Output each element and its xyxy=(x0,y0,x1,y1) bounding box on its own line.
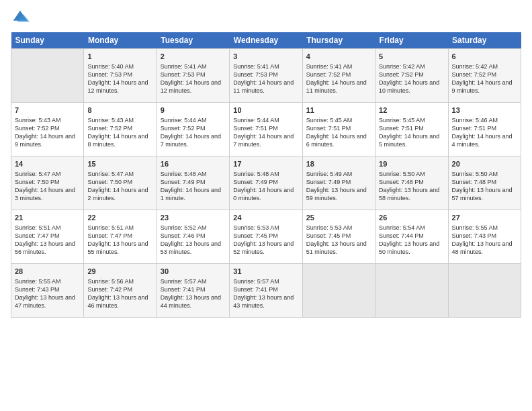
calendar-cell: 13Sunrise: 5:46 AMSunset: 7:51 PMDayligh… xyxy=(448,103,521,156)
calendar-header-sunday: Sunday xyxy=(11,32,84,49)
day-info: Sunrise: 5:57 AMSunset: 7:41 PMDaylight:… xyxy=(161,277,226,310)
calendar-cell: 18Sunrise: 5:49 AMSunset: 7:49 PMDayligh… xyxy=(302,156,375,210)
calendar-cell: 28Sunrise: 5:55 AMSunset: 7:43 PMDayligh… xyxy=(11,264,84,318)
day-info: Sunrise: 5:45 AMSunset: 7:51 PMDaylight:… xyxy=(379,116,444,149)
day-number: 14 xyxy=(15,159,80,169)
day-info: Sunrise: 5:41 AMSunset: 7:53 PMDaylight:… xyxy=(233,62,298,95)
calendar-header-tuesday: Tuesday xyxy=(157,32,229,49)
day-info: Sunrise: 5:56 AMSunset: 7:42 PMDaylight:… xyxy=(87,277,152,310)
day-info: Sunrise: 5:41 AMSunset: 7:53 PMDaylight:… xyxy=(161,62,226,95)
day-number: 27 xyxy=(452,213,517,223)
logo-icon xyxy=(11,8,30,27)
calendar-cell: 7Sunrise: 5:43 AMSunset: 7:52 PMDaylight… xyxy=(11,103,84,156)
day-info: Sunrise: 5:49 AMSunset: 7:49 PMDaylight:… xyxy=(306,170,371,203)
day-number: 24 xyxy=(233,213,298,223)
calendar-cell: 29Sunrise: 5:56 AMSunset: 7:42 PMDayligh… xyxy=(84,264,157,318)
day-number: 10 xyxy=(233,105,298,116)
day-info: Sunrise: 5:48 AMSunset: 7:49 PMDaylight:… xyxy=(161,170,226,203)
day-number: 25 xyxy=(306,213,371,223)
day-info: Sunrise: 5:55 AMSunset: 7:43 PMDaylight:… xyxy=(452,224,517,257)
day-info: Sunrise: 5:51 AMSunset: 7:47 PMDaylight:… xyxy=(15,224,80,257)
page-container: SundayMondayTuesdayWednesdayThursdayFrid… xyxy=(0,0,532,323)
day-number: 16 xyxy=(161,159,226,169)
day-info: Sunrise: 5:55 AMSunset: 7:43 PMDaylight:… xyxy=(15,277,80,310)
calendar-header-wednesday: Wednesday xyxy=(230,32,302,49)
calendar-week-2: 7Sunrise: 5:43 AMSunset: 7:52 PMDaylight… xyxy=(11,103,521,156)
day-number: 3 xyxy=(233,52,298,62)
calendar-cell: 4Sunrise: 5:41 AMSunset: 7:52 PMDaylight… xyxy=(302,49,375,103)
day-info: Sunrise: 5:44 AMSunset: 7:51 PMDaylight:… xyxy=(233,116,298,149)
day-number: 11 xyxy=(306,105,371,116)
logo xyxy=(11,8,32,27)
day-info: Sunrise: 5:54 AMSunset: 7:44 PMDaylight:… xyxy=(379,224,444,257)
day-info: Sunrise: 5:40 AMSunset: 7:53 PMDaylight:… xyxy=(87,62,152,95)
calendar-week-1: 1Sunrise: 5:40 AMSunset: 7:53 PMDaylight… xyxy=(11,49,521,103)
day-number: 23 xyxy=(161,213,226,223)
calendar-cell: 30Sunrise: 5:57 AMSunset: 7:41 PMDayligh… xyxy=(157,264,229,318)
calendar-cell: 15Sunrise: 5:47 AMSunset: 7:50 PMDayligh… xyxy=(84,156,157,210)
day-number: 1 xyxy=(87,52,152,62)
calendar-week-3: 14Sunrise: 5:47 AMSunset: 7:50 PMDayligh… xyxy=(11,156,521,210)
day-info: Sunrise: 5:43 AMSunset: 7:52 PMDaylight:… xyxy=(15,116,80,149)
calendar-cell: 6Sunrise: 5:42 AMSunset: 7:52 PMDaylight… xyxy=(448,49,521,103)
day-number: 8 xyxy=(87,105,152,116)
calendar-cell: 12Sunrise: 5:45 AMSunset: 7:51 PMDayligh… xyxy=(375,103,448,156)
calendar-cell: 14Sunrise: 5:47 AMSunset: 7:50 PMDayligh… xyxy=(11,156,84,210)
day-number: 26 xyxy=(379,213,444,223)
calendar-cell: 10Sunrise: 5:44 AMSunset: 7:51 PMDayligh… xyxy=(230,103,302,156)
calendar-header-monday: Monday xyxy=(84,32,157,49)
day-number: 6 xyxy=(452,52,517,62)
day-number: 19 xyxy=(379,159,444,169)
calendar-header-friday: Friday xyxy=(375,32,448,49)
calendar-cell: 23Sunrise: 5:52 AMSunset: 7:46 PMDayligh… xyxy=(157,210,229,264)
day-number: 7 xyxy=(15,105,80,116)
day-info: Sunrise: 5:44 AMSunset: 7:52 PMDaylight:… xyxy=(161,116,226,149)
calendar-cell: 20Sunrise: 5:50 AMSunset: 7:48 PMDayligh… xyxy=(448,156,521,210)
day-info: Sunrise: 5:50 AMSunset: 7:48 PMDaylight:… xyxy=(379,170,444,203)
calendar-cell: 19Sunrise: 5:50 AMSunset: 7:48 PMDayligh… xyxy=(375,156,448,210)
day-info: Sunrise: 5:53 AMSunset: 7:45 PMDaylight:… xyxy=(306,224,371,257)
calendar-cell: 24Sunrise: 5:53 AMSunset: 7:45 PMDayligh… xyxy=(230,210,302,264)
calendar-cell: 11Sunrise: 5:45 AMSunset: 7:51 PMDayligh… xyxy=(302,103,375,156)
calendar-cell xyxy=(375,264,448,318)
day-number: 30 xyxy=(161,267,226,277)
day-number: 18 xyxy=(306,159,371,169)
calendar-cell: 26Sunrise: 5:54 AMSunset: 7:44 PMDayligh… xyxy=(375,210,448,264)
day-number: 22 xyxy=(87,213,152,223)
calendar-cell: 21Sunrise: 5:51 AMSunset: 7:47 PMDayligh… xyxy=(11,210,84,264)
day-number: 12 xyxy=(379,105,444,116)
day-info: Sunrise: 5:48 AMSunset: 7:49 PMDaylight:… xyxy=(233,170,298,203)
day-info: Sunrise: 5:42 AMSunset: 7:52 PMDaylight:… xyxy=(452,62,517,95)
calendar-header-thursday: Thursday xyxy=(302,32,375,49)
day-number: 20 xyxy=(452,159,517,169)
day-info: Sunrise: 5:52 AMSunset: 7:46 PMDaylight:… xyxy=(161,224,226,257)
day-number: 31 xyxy=(233,267,298,277)
calendar-cell: 9Sunrise: 5:44 AMSunset: 7:52 PMDaylight… xyxy=(157,103,229,156)
calendar-cell xyxy=(302,264,375,318)
day-number: 28 xyxy=(15,267,80,277)
day-number: 29 xyxy=(87,267,152,277)
calendar-cell: 22Sunrise: 5:51 AMSunset: 7:47 PMDayligh… xyxy=(84,210,157,264)
day-info: Sunrise: 5:57 AMSunset: 7:41 PMDaylight:… xyxy=(233,277,298,310)
day-info: Sunrise: 5:50 AMSunset: 7:48 PMDaylight:… xyxy=(452,170,517,203)
calendar-cell: 2Sunrise: 5:41 AMSunset: 7:53 PMDaylight… xyxy=(157,49,229,103)
calendar-cell: 1Sunrise: 5:40 AMSunset: 7:53 PMDaylight… xyxy=(84,49,157,103)
day-info: Sunrise: 5:46 AMSunset: 7:51 PMDaylight:… xyxy=(452,116,517,149)
day-info: Sunrise: 5:51 AMSunset: 7:47 PMDaylight:… xyxy=(87,224,152,257)
calendar-cell: 5Sunrise: 5:42 AMSunset: 7:52 PMDaylight… xyxy=(375,49,448,103)
day-info: Sunrise: 5:43 AMSunset: 7:52 PMDaylight:… xyxy=(87,116,152,149)
day-number: 17 xyxy=(233,159,298,169)
calendar-cell: 16Sunrise: 5:48 AMSunset: 7:49 PMDayligh… xyxy=(157,156,229,210)
calendar-table: SundayMondayTuesdayWednesdayThursdayFrid… xyxy=(11,32,521,318)
day-number: 15 xyxy=(87,159,152,169)
day-number: 2 xyxy=(161,52,226,62)
calendar-body: 1Sunrise: 5:40 AMSunset: 7:53 PMDaylight… xyxy=(11,49,521,318)
day-number: 9 xyxy=(161,105,226,116)
calendar-header-saturday: Saturday xyxy=(448,32,521,49)
calendar-cell: 8Sunrise: 5:43 AMSunset: 7:52 PMDaylight… xyxy=(84,103,157,156)
calendar-header-row: SundayMondayTuesdayWednesdayThursdayFrid… xyxy=(11,32,521,49)
day-number: 21 xyxy=(15,213,80,223)
calendar-cell: 27Sunrise: 5:55 AMSunset: 7:43 PMDayligh… xyxy=(448,210,521,264)
calendar-cell: 25Sunrise: 5:53 AMSunset: 7:45 PMDayligh… xyxy=(302,210,375,264)
day-number: 13 xyxy=(452,105,517,116)
